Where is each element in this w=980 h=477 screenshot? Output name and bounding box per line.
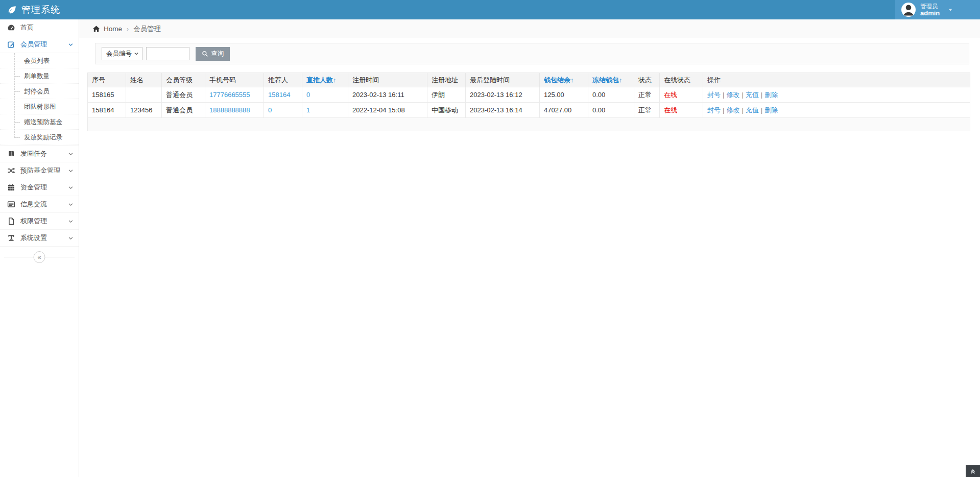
sidebar-item-home[interactable]: 首页 [0,19,79,36]
sidebar-item-label: 信息交流 [20,200,63,209]
app-logo[interactable]: 管理系统 [0,4,60,16]
search-input[interactable] [146,47,189,60]
edit-icon [7,40,15,49]
sidebar-collapse-button[interactable]: « [34,251,45,263]
calendar-icon [7,183,15,192]
query-button-label: 查询 [211,50,224,58]
sidebar-item-system-settings[interactable]: 系统设置 [0,230,79,247]
home-icon [92,25,100,33]
book-icon [7,150,15,158]
cell-status: 正常 [634,103,660,118]
sidebar-subitem-reward-records[interactable]: 发放奖励记录 [0,130,79,145]
sidebar-subitem-order-count[interactable]: 刷单数量 [0,68,79,84]
cell-last-login: 2023-02-13 16:14 [466,103,540,118]
breadcrumb-home-link[interactable]: Home [92,25,122,33]
col-header-frozen-sort[interactable]: 冻结钱包↑ [588,73,634,87]
user-menu[interactable]: 管理员 admin [895,0,980,19]
referrer-link[interactable]: 0 [268,106,272,114]
sidebar-item-member-management[interactable]: 会员管理 [0,36,79,53]
cell-wallet-balance: 125.00 [540,87,588,103]
phone-link[interactable]: 17776665555 [209,91,250,99]
cell-operations: 封号|修改|充值|删除 [703,103,970,118]
op-ban-link[interactable]: 封号 [707,106,721,114]
chevron-down-icon [68,168,74,174]
op-separator: | [723,106,724,114]
sidebar-subitem-member-list[interactable]: 会员列表 [0,53,79,68]
col-header-referrer: 推荐人 [264,73,302,87]
sidebar-subitem-gift-fund[interactable]: 赠送预防基金 [0,114,79,130]
phone-link[interactable]: 18888888888 [209,106,250,114]
cell-level: 普通会员 [162,103,205,118]
op-separator: | [761,106,762,114]
dashboard-icon [7,23,15,32]
file-icon [7,217,15,225]
member-table: 序号 姓名 会员等级 手机号码 推荐人 直推人数↑ 注册时间 注册地址 最后登陆… [87,73,970,131]
chevrons-up-icon [969,468,976,475]
op-separator: | [742,106,743,114]
back-to-top-button[interactable] [966,465,980,477]
op-delete-link[interactable]: 删除 [764,91,778,99]
table-empty-row [88,118,970,131]
cell-frozen-wallet: 0.00 [588,103,634,118]
sidebar-item-fund-management[interactable]: 预防基金管理 [0,162,79,179]
sidebar: 首页 会员管理 会员列表 刷单数量 封停会员 团队树形图 赠送预防基金 发放奖励… [0,19,79,477]
op-separator: | [761,91,762,99]
col-header-name: 姓名 [126,73,162,87]
query-button[interactable]: 查询 [196,47,230,61]
op-ban-link[interactable]: 封号 [707,91,721,99]
op-recharge-link[interactable]: 充值 [746,106,759,114]
online-status-badge: 在线 [664,91,677,99]
sidebar-item-label: 系统设置 [20,233,63,243]
sidebar-item-label: 资金管理 [20,183,63,192]
col-header-direct-count-sort[interactable]: 直推人数↑ [302,73,348,87]
breadcrumb-current: 会员管理 [133,25,161,34]
table-row: 158164 123456 普通会员 18888888888 0 1 2022-… [88,103,970,118]
cell-last-login: 2023-02-13 16:12 [466,87,540,103]
col-header-reg-time: 注册时间 [348,73,427,87]
search-panel: 会员编号 查询 [95,43,969,64]
direct-count-link[interactable]: 1 [306,106,310,114]
op-recharge-link[interactable]: 充值 [746,91,759,99]
chevron-down-icon [68,219,74,224]
table-header-row: 序号 姓名 会员等级 手机号码 推荐人 直推人数↑ 注册时间 注册地址 最后登陆… [88,73,970,87]
col-header-status: 状态 [634,73,660,87]
shuffle-icon [7,166,15,175]
op-delete-link[interactable]: 删除 [764,106,778,114]
cell-member-id: 158164 [88,103,126,118]
cell-member-id: 158165 [88,87,126,103]
col-header-phone: 手机号码 [205,73,264,87]
search-icon [202,51,208,57]
sidebar-collapse-row: « [0,250,79,265]
sidebar-item-label: 会员管理 [20,40,63,49]
cell-reg-address: 伊朗 [427,87,466,103]
sidebar-item-post-tasks[interactable]: 发圈任务 [0,146,79,162]
top-header: 管理系统 管理员 admin [0,0,980,19]
breadcrumb-separator: › [127,26,129,33]
chevron-down-icon [134,51,139,56]
chevron-down-icon [68,42,74,47]
search-type-select[interactable]: 会员编号 [102,47,142,60]
sidebar-item-message-exchange[interactable]: 信息交流 [0,196,79,213]
cell-name: 123456 [126,103,162,118]
user-info: 管理员 admin [920,3,940,16]
cell-reg-address: 中国移动 [427,103,466,118]
sidebar-item-label: 预防基金管理 [20,166,63,175]
breadcrumb-home-label: Home [104,25,122,33]
sidebar-item-capital-management[interactable]: 资金管理 [0,179,79,196]
sidebar-subitem-banned-members[interactable]: 封停会员 [0,84,79,99]
direct-count-link[interactable]: 0 [306,91,310,99]
cell-reg-time: 2023-02-13 16:11 [348,87,427,103]
breadcrumb: Home › 会员管理 [79,19,980,38]
caret-down-icon [947,7,953,13]
sidebar-subitem-team-tree[interactable]: 团队树形图 [0,99,79,114]
table-row: 158165 普通会员 17776665555 158164 0 2023-02… [88,87,970,103]
cell-level: 普通会员 [162,87,205,103]
col-header-wallet-sort[interactable]: 钱包结余↑ [540,73,588,87]
cell-name [126,87,162,103]
op-edit-link[interactable]: 修改 [726,91,739,99]
sidebar-item-permission-management[interactable]: 权限管理 [0,213,79,230]
referrer-link[interactable]: 158164 [268,91,290,99]
op-edit-link[interactable]: 修改 [726,106,739,114]
chevron-down-icon [68,202,74,207]
op-separator: | [723,91,724,99]
